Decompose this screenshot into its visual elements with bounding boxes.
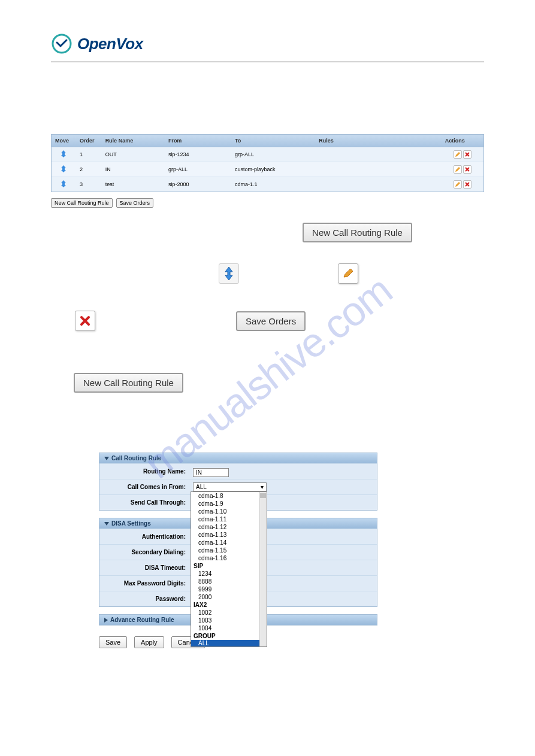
auth-label: Authentication: [99,531,189,542]
edit-icon[interactable] [454,165,462,174]
cell-from: sip-2000 [165,177,231,192]
panel-header-routing[interactable]: Call Routing Rule [99,453,377,463]
cell-to: grp-ALL [231,147,315,162]
delete-icon[interactable] [463,165,471,174]
cell-order: 1 [76,147,102,162]
comes-from-label: Call Comes in From: [99,481,189,493]
dropdown-item[interactable]: cdma-1.10 [191,508,267,515]
cell-to: cdma-1.1 [231,177,315,192]
dropdown-item[interactable]: cdma-1.13 [191,531,267,539]
cell-rules [315,147,442,162]
page-header: OpenVox [51,33,484,62]
dropdown-scrollbar[interactable] [259,492,267,646]
select-value: ALL [196,484,207,490]
th-move: Move [52,135,76,147]
secondary-label: Secondary Dialing: [99,546,189,558]
th-from: From [165,135,231,147]
routing-rules-table: Move Order Rule Name From To Rules Actio… [51,134,484,192]
dropdown-item[interactable]: 1004 [191,624,267,632]
delete-icon-large[interactable] [75,311,95,331]
move-arrow-icon[interactable] [60,180,67,188]
logo: OpenVox [51,33,484,54]
dropdown-item[interactable]: 8888 [191,578,267,585]
table-row: 3 test sip-2000 cdma-1.1 [52,177,483,192]
new-call-routing-rule-button-2[interactable]: New Call Routing Rule [74,373,183,393]
collapse-icon [104,457,109,460]
dropdown-item[interactable]: cdma-1.8 [191,492,267,500]
updown-arrow-icon [222,266,235,281]
save-button[interactable]: Save [99,636,127,648]
comes-from-dropdown[interactable]: cdma-1.8cdma-1.9cdma-1.10cdma-1.11cdma-1… [191,491,267,647]
dropdown-item[interactable]: 1234 [191,570,267,578]
cell-rules [315,162,442,177]
edit-icon[interactable] [454,150,462,159]
apply-button[interactable]: Apply [134,636,164,648]
cell-to: custom-playback [231,162,315,177]
th-actions: Actions [442,135,483,147]
th-to: To [231,135,315,147]
dropdown-group-iax: IAX2 [191,601,267,609]
dropdown-item[interactable]: 9999 [191,585,267,593]
send-through-label: Send Call Through: [99,497,189,508]
edit-icon[interactable] [454,180,462,189]
dropdown-selected-item[interactable]: ALL [191,640,267,646]
panel-title: Call Routing Rule [111,455,161,462]
pencil-icon [342,268,354,280]
table-row: 2 IN grp-ALL custom-playback [52,162,483,177]
panel-title: DISA Settings [111,520,151,527]
cell-order: 3 [76,177,102,192]
chevron-down-icon: ▾ [261,484,264,490]
x-icon [79,315,91,327]
cell-from: grp-ALL [165,162,231,177]
dropdown-item[interactable]: cdma-1.12 [191,523,267,531]
move-arrow-icon[interactable] [60,150,67,158]
cell-name: IN [102,162,165,177]
dropdown-item[interactable]: 1002 [191,609,267,617]
delete-icon[interactable] [463,150,471,159]
expand-icon [104,618,108,623]
new-rule-small-button[interactable]: New Call Routing Rule [51,198,113,208]
cell-from: sip-1234 [165,147,231,162]
logo-icon [51,33,72,54]
cell-order: 2 [76,162,102,177]
dropdown-group-sip: SIP [191,562,267,570]
move-arrow-icon[interactable] [60,165,67,173]
th-rule-name: Rule Name [102,135,165,147]
cell-name: test [102,177,165,192]
dropdown-item[interactable]: cdma-1.14 [191,539,267,546]
dropdown-group-group: GROUP [191,632,267,640]
comes-from-select[interactable]: ALL ▾ [193,482,267,491]
delete-icon[interactable] [463,180,471,189]
th-rules: Rules [315,135,442,147]
timeout-label: DISA Timeout: [99,562,189,573]
routing-name-input[interactable] [193,468,229,477]
cell-name: OUT [102,147,165,162]
new-call-routing-rule-button[interactable]: New Call Routing Rule [303,223,412,242]
dropdown-item[interactable]: 2000 [191,593,267,601]
collapse-icon [104,522,109,526]
save-orders-button[interactable]: Save Orders [236,311,306,331]
routing-name-label: Routing Name: [99,466,189,477]
move-icon-large [219,263,239,284]
password-label: Password: [99,593,189,605]
dropdown-item[interactable]: cdma-1.15 [191,546,267,554]
save-orders-small-button[interactable]: Save Orders [116,198,154,208]
edit-icon-large[interactable] [338,263,358,284]
panel-title: Advance Routing Rule [110,617,174,623]
table-row: 1 OUT sip-1234 grp-ALL [52,147,483,162]
logo-text: OpenVox [77,35,143,53]
th-order: Order [76,135,102,147]
max-pw-label: Max Password Digits: [99,578,189,589]
dropdown-item[interactable]: cdma-1.9 [191,500,267,508]
cell-rules [315,177,442,192]
dropdown-item[interactable]: cdma-1.16 [191,554,267,562]
dropdown-item[interactable]: 1003 [191,617,267,624]
dropdown-item[interactable]: cdma-1.11 [191,515,267,523]
